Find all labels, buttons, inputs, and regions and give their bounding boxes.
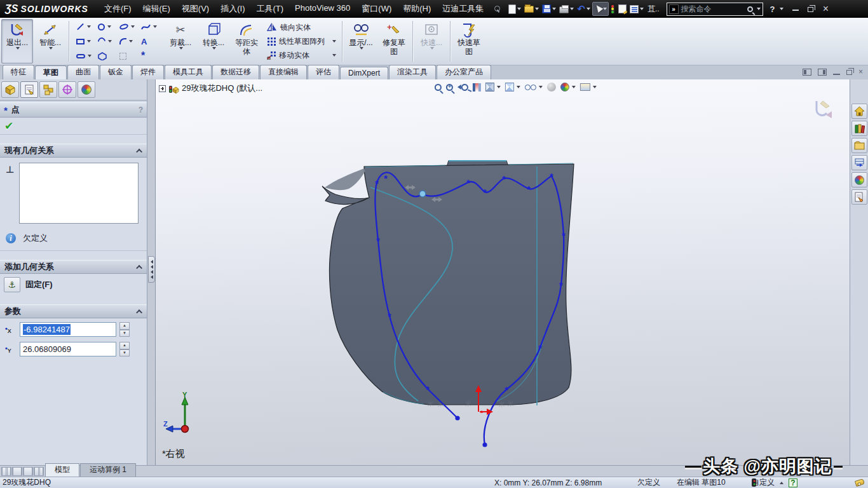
first-tab-button[interactable]: [1, 467, 11, 476]
y-spinner-down[interactable]: ▼: [119, 349, 130, 357]
spline-endpoint[interactable]: [482, 442, 487, 447]
x-parameter-input[interactable]: -6.98241487: [20, 322, 116, 337]
doc-close-button[interactable]: ×: [858, 67, 863, 76]
previous-view-button[interactable]: [458, 84, 468, 91]
panel-splitter[interactable]: [147, 79, 156, 465]
bottom-tab[interactable]: 运动算例 1: [80, 463, 136, 477]
y-parameter-input[interactable]: 26.06809069: [20, 342, 116, 356]
menu-item[interactable]: PhotoView 360: [289, 0, 356, 18]
spline-tool[interactable]: [139, 20, 161, 34]
configuration-manager-tab[interactable]: [39, 81, 57, 98]
trim-entities-button[interactable]: ✂ 剪裁...: [165, 19, 196, 64]
ribbon-tab[interactable]: 渲染工具: [389, 65, 436, 79]
menu-item[interactable]: 迈迪工具集: [437, 0, 489, 18]
custom-properties-button[interactable]: [851, 189, 867, 205]
ribbon-tab[interactable]: 数据迁移: [212, 65, 259, 79]
repair-sketch-button[interactable]: + 修复草图: [378, 19, 410, 64]
units-caret-icon[interactable]: [780, 482, 783, 484]
help-button[interactable]: ?: [768, 4, 777, 14]
quick-snaps-button[interactable]: 快速...: [416, 19, 447, 64]
minimize-button[interactable]: [789, 4, 803, 14]
ellipse-tool[interactable]: [118, 20, 139, 34]
ribbon-tab[interactable]: 钣金: [100, 65, 132, 79]
linear-pattern-button[interactable]: 线性草图阵列: [265, 35, 338, 48]
menu-item[interactable]: 编辑(E): [137, 0, 176, 18]
print-button[interactable]: [558, 2, 575, 16]
line-tool[interactable]: [74, 20, 96, 34]
select-region-tool[interactable]: [118, 49, 139, 64]
ribbon-tab[interactable]: 直接编辑: [260, 65, 307, 79]
y-spinner-up[interactable]: ▲: [119, 342, 130, 349]
edit-appearance-button[interactable]: [547, 83, 556, 92]
x-spinner-up[interactable]: ▲: [119, 322, 130, 330]
arc-tool[interactable]: [96, 34, 118, 49]
graphics-area[interactable]: 米米米米米 *** ** *** ** ****: [156, 79, 850, 465]
design-library-button[interactable]: [851, 121, 867, 136]
units-selector[interactable]: 自定义: [752, 477, 775, 488]
truncated-toolbar-item[interactable]: 苴..: [646, 4, 661, 15]
zoom-area-button[interactable]: [446, 84, 453, 91]
sketch-text-tool[interactable]: A: [139, 34, 161, 49]
ribbon-tab[interactable]: 草图: [35, 65, 67, 80]
fix-anchor-button[interactable]: ⚓: [4, 277, 20, 292]
offset-entities-button[interactable]: 等距实体: [231, 19, 262, 64]
ok-check-button[interactable]: ✔: [4, 119, 13, 133]
feature-tree-root[interactable]: 29玫瑰花DHQ (默认...: [159, 83, 262, 94]
options-button[interactable]: [628, 2, 645, 16]
select-button[interactable]: [592, 2, 609, 16]
ribbon-tab[interactable]: DimXpert: [340, 67, 388, 79]
display-style-button[interactable]: [505, 83, 520, 92]
smart-dimension-button[interactable]: 智能...: [34, 19, 66, 64]
pane-right-button[interactable]: [818, 69, 827, 76]
display-delete-relations-button[interactable]: 显示/...: [345, 19, 377, 64]
pane-left-button[interactable]: [803, 69, 811, 76]
hide-show-items-button[interactable]: [525, 84, 543, 90]
close-button[interactable]: ×: [819, 3, 833, 15]
menu-item[interactable]: 窗口(W): [356, 0, 397, 18]
bottom-tab[interactable]: 模型: [45, 463, 79, 477]
tag-icon[interactable]: [855, 478, 865, 487]
pm-help-icon[interactable]: ?: [139, 105, 143, 114]
rebuild-button[interactable]: [609, 2, 616, 16]
exit-sketch-button[interactable]: 退出...: [1, 19, 33, 64]
command-search[interactable]: » 搜索命令: [667, 3, 763, 16]
view-orientation-button[interactable]: [485, 83, 501, 92]
section-view-button[interactable]: [473, 83, 481, 92]
apply-scene-button[interactable]: [560, 83, 576, 92]
relations-listbox[interactable]: [19, 163, 139, 224]
rapid-sketch-button[interactable]: 快速草图: [453, 19, 485, 64]
existing-relations-section[interactable]: 现有几何关系: [0, 144, 147, 158]
x-spinner-down[interactable]: ▼: [119, 330, 130, 337]
document-tree-label[interactable]: 29玫瑰花DHQ (默认...: [182, 83, 262, 94]
circle-tool[interactable]: [96, 20, 118, 34]
restore-button[interactable]: [804, 4, 818, 14]
quick-tips-button[interactable]: ?: [789, 478, 797, 487]
feature-manager-tab[interactable]: [1, 81, 19, 98]
menu-item[interactable]: 工具(T): [250, 0, 289, 18]
ribbon-tab[interactable]: 曲面: [67, 65, 99, 79]
zoom-fit-button[interactable]: [435, 84, 442, 91]
fillet-tool[interactable]: [118, 34, 139, 49]
save-button[interactable]: [541, 2, 557, 16]
move-entities-button[interactable]: 移动实体: [265, 49, 338, 62]
doc-minimize-button[interactable]: [833, 69, 840, 75]
file-explorer-button[interactable]: [851, 138, 867, 153]
ribbon-tab[interactable]: 特征: [3, 65, 34, 79]
menu-item[interactable]: 文件(F): [98, 0, 137, 18]
doc-restore-button[interactable]: [846, 69, 852, 75]
property-manager-tab[interactable]: [20, 81, 38, 98]
view-palette-button[interactable]: [851, 155, 867, 170]
search-magnifier-icon[interactable]: [747, 6, 753, 12]
splitter-grip[interactable]: [148, 256, 155, 283]
point-tool[interactable]: *: [139, 49, 161, 64]
ribbon-tab[interactable]: 办公室产品: [437, 65, 491, 79]
view-settings-button[interactable]: [580, 83, 597, 91]
mirror-entities-button[interactable]: 镜向实体: [265, 21, 338, 34]
new-file-button[interactable]: [507, 2, 522, 16]
menu-item[interactable]: 帮助(H): [397, 0, 437, 18]
slot-tool[interactable]: [74, 49, 96, 64]
home-tab-button[interactable]: [851, 104, 867, 119]
ribbon-tab[interactable]: 焊件: [132, 65, 164, 79]
appearances-button[interactable]: [851, 172, 867, 187]
menu-item[interactable]: 插入(I): [215, 0, 250, 18]
